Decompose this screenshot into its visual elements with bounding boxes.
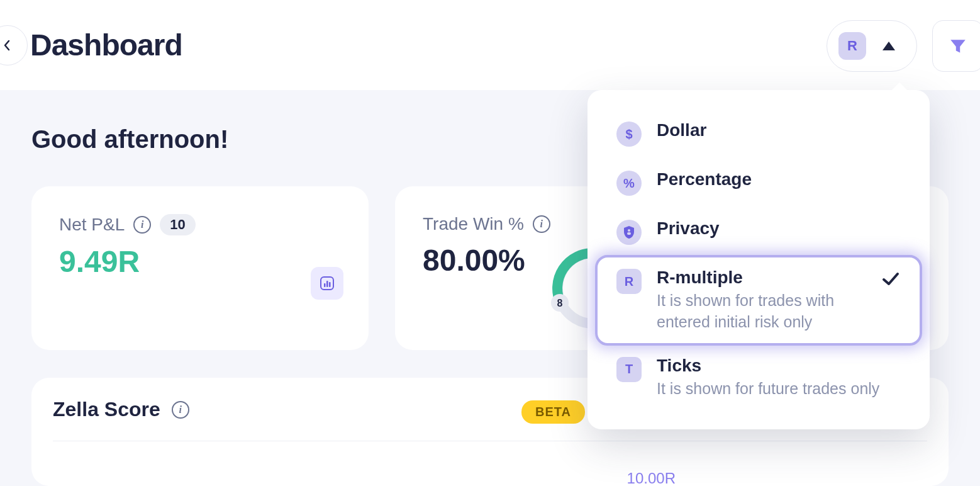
unit-option-label: Privacy (657, 218, 901, 239)
unit-option-r-multiple[interactable]: R R-multiple It is shown for trades with… (587, 256, 930, 344)
unit-option-label: Percentage (657, 169, 901, 189)
header-bar: Dashboard R (0, 0, 980, 90)
privacy-icon (616, 220, 642, 245)
info-icon[interactable] (533, 215, 550, 233)
svg-rect-1 (324, 283, 326, 287)
page-title: Dashboard (30, 28, 182, 62)
unit-option-sub: It is shown for future trades only (657, 378, 901, 400)
zella-title: Zella Score (53, 398, 160, 421)
zella-axis-label: 10.00R (627, 470, 676, 486)
donut-percent-label: 8 (557, 298, 563, 308)
unit-selector-button[interactable]: R (827, 20, 917, 72)
dollar-icon (616, 122, 642, 147)
info-icon[interactable] (133, 216, 151, 234)
svg-rect-7 (627, 232, 631, 235)
svg-point-6 (628, 229, 630, 232)
trade-win-label: Trade Win % (423, 214, 524, 234)
net-pnl-count: 10 (160, 214, 195, 235)
filter-icon (949, 37, 967, 55)
divider (53, 441, 927, 441)
unit-option-privacy[interactable]: Privacy (587, 207, 930, 256)
unit-selector-badge: R (838, 32, 866, 60)
svg-rect-2 (326, 281, 328, 287)
unit-option-label: Dollar (657, 120, 901, 140)
unit-option-ticks[interactable]: T Ticks It is shown for future trades on… (587, 344, 930, 411)
unit-option-dollar[interactable]: Dollar (587, 109, 930, 158)
unit-option-label: Ticks (657, 356, 901, 376)
back-button[interactable] (0, 25, 28, 65)
bar-chart-icon (319, 275, 335, 291)
net-pnl-chart-button[interactable] (311, 267, 343, 300)
check-icon (881, 269, 901, 289)
caret-up-icon (883, 42, 895, 50)
unit-option-percentage[interactable]: Percentage (587, 158, 930, 207)
unit-option-label: R-multiple (657, 268, 866, 288)
trade-win-donut: 8 (549, 247, 589, 329)
unit-selector-dropdown: Dollar Percentage Privacy R R-multiple I… (587, 90, 930, 429)
ticks-icon: T (616, 357, 642, 382)
net-pnl-header: Net P&L 10 (59, 214, 341, 235)
chevron-left-icon (1, 39, 14, 52)
beta-badge: BETA (521, 400, 585, 424)
percent-icon (616, 171, 642, 196)
net-pnl-value: 9.49R (59, 244, 341, 279)
unit-option-sub: It is shown for trades with entered init… (657, 290, 866, 333)
svg-rect-3 (329, 282, 331, 287)
r-multiple-icon: R (616, 269, 642, 294)
info-icon[interactable] (172, 401, 189, 419)
net-pnl-card: Net P&L 10 9.49R (31, 186, 369, 350)
net-pnl-label: Net P&L (59, 215, 125, 235)
filter-button[interactable] (932, 20, 980, 72)
header-actions: R (827, 20, 980, 72)
